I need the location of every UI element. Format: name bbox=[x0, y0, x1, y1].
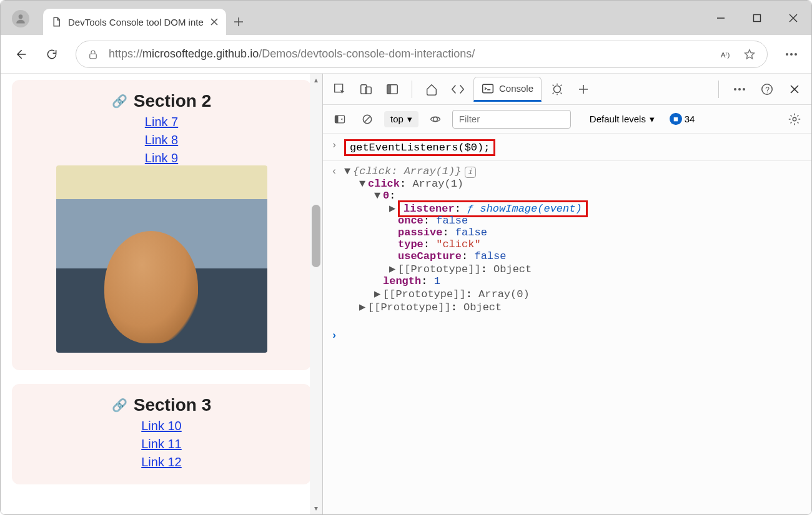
issue-badge-icon: ■ bbox=[670, 113, 682, 125]
tab-title: DevTools Console tool DOM inte bbox=[68, 17, 204, 27]
svg-rect-20 bbox=[335, 115, 339, 123]
link-8[interactable]: Link 8 bbox=[23, 133, 300, 147]
input-prompt-icon: › bbox=[329, 330, 339, 341]
console-filter-bar: top▾ Default levels▾ ■34 bbox=[323, 105, 811, 134]
more-tabs-icon[interactable] bbox=[573, 79, 594, 100]
svg-rect-12 bbox=[483, 84, 493, 92]
svg-text:A⁾): A⁾) bbox=[721, 51, 730, 59]
section-2-image[interactable] bbox=[56, 165, 267, 353]
svg-point-0 bbox=[19, 14, 23, 19]
console-icon bbox=[482, 82, 494, 95]
svg-point-5 bbox=[790, 53, 793, 56]
browser-tab[interactable]: DevTools Console tool DOM inte bbox=[43, 9, 226, 35]
input-prompt-icon: › bbox=[329, 139, 339, 151]
svg-point-16 bbox=[743, 88, 745, 91]
window-maximize[interactable] bbox=[739, 1, 775, 35]
issues-counter[interactable]: ■34 bbox=[670, 113, 695, 125]
inspect-element-icon[interactable] bbox=[329, 79, 350, 100]
url-text: https://microsoftedge.github.io/Demos/de… bbox=[109, 47, 475, 61]
svg-point-13 bbox=[554, 86, 561, 92]
welcome-tab-icon[interactable] bbox=[421, 79, 442, 100]
console-settings-icon[interactable] bbox=[784, 109, 805, 130]
svg-rect-11 bbox=[387, 84, 391, 94]
svg-point-6 bbox=[795, 53, 797, 56]
info-icon[interactable]: i bbox=[465, 167, 476, 178]
svg-point-15 bbox=[738, 88, 741, 91]
link-10[interactable]: Link 10 bbox=[23, 419, 300, 433]
elements-tab-icon[interactable] bbox=[447, 79, 468, 100]
read-aloud-icon[interactable]: A⁾) bbox=[720, 48, 732, 61]
filter-input[interactable] bbox=[452, 110, 571, 129]
svg-point-14 bbox=[734, 88, 736, 91]
page-scrollbar[interactable]: ▴ ▾ bbox=[310, 74, 322, 514]
section-3-heading: 🔗Section 3 bbox=[112, 395, 211, 415]
console-input-row: › getEventListeners($0); bbox=[329, 137, 805, 158]
window-controls bbox=[703, 1, 811, 35]
device-toggle-icon[interactable] bbox=[355, 79, 377, 100]
section-2-heading: 🔗Section 2 bbox=[112, 91, 211, 111]
svg-point-4 bbox=[786, 53, 788, 56]
section-3-card: 🔗Section 3 Link 10 Link 11 Link 12 bbox=[12, 384, 311, 484]
svg-rect-1 bbox=[754, 14, 761, 21]
devtools-panel: Console ? top▾ Default levels▾ ■34 bbox=[322, 74, 811, 514]
scroll-up-button[interactable]: ▴ bbox=[310, 74, 322, 86]
svg-rect-2 bbox=[90, 54, 97, 59]
console-output[interactable]: › getEventListeners($0); ‹ ▼{click: Arra… bbox=[323, 134, 811, 514]
svg-text:?: ? bbox=[765, 85, 770, 94]
output-prompt-icon: ‹ bbox=[329, 165, 339, 177]
link-anchor-icon[interactable]: 🔗 bbox=[112, 94, 127, 109]
close-tab-icon[interactable] bbox=[210, 17, 219, 26]
dock-icon[interactable] bbox=[382, 79, 403, 100]
window-minimize[interactable] bbox=[703, 1, 739, 35]
devtools-tabbar: Console ? bbox=[323, 74, 811, 105]
help-icon[interactable]: ? bbox=[756, 79, 778, 100]
page-icon bbox=[51, 16, 62, 27]
clear-console-icon[interactable] bbox=[357, 109, 378, 130]
page-viewport: 🔗Section 2 Link 7 Link 8 Link 9 🔗Section… bbox=[1, 74, 322, 514]
link-7[interactable]: Link 7 bbox=[23, 115, 300, 129]
browser-toolbar: https://microsoftedge.github.io/Demos/de… bbox=[1, 35, 811, 74]
scroll-down-button[interactable]: ▾ bbox=[310, 502, 322, 514]
console-sidebar-toggle-icon[interactable] bbox=[329, 109, 350, 130]
link-9[interactable]: Link 9 bbox=[23, 151, 300, 165]
favorite-icon[interactable] bbox=[743, 48, 756, 61]
plus-icon bbox=[234, 17, 244, 27]
console-tab-label: Console bbox=[499, 83, 533, 94]
console-tab[interactable]: Console bbox=[473, 77, 542, 102]
context-selector[interactable]: top▾ bbox=[384, 111, 418, 127]
back-button[interactable] bbox=[7, 41, 34, 68]
svg-point-22 bbox=[433, 117, 438, 121]
link-anchor-icon[interactable]: 🔗 bbox=[112, 398, 127, 413]
link-11[interactable]: Link 11 bbox=[23, 437, 300, 451]
browser-titlebar: DevTools Console tool DOM inte bbox=[1, 1, 811, 35]
window-close[interactable] bbox=[775, 1, 811, 35]
new-tab-button[interactable] bbox=[226, 9, 251, 35]
section-2-card: 🔗Section 2 Link 7 Link 8 Link 9 bbox=[12, 80, 311, 370]
address-bar[interactable]: https://microsoftedge.github.io/Demos/de… bbox=[76, 41, 768, 68]
refresh-button[interactable] bbox=[38, 41, 66, 68]
person-icon bbox=[14, 12, 27, 25]
console-result-row: ‹ ▼{click: Array(1)}i ▼click: Array(1) ▼… bbox=[329, 164, 805, 315]
issues-tab-icon[interactable] bbox=[547, 79, 568, 100]
live-expression-icon[interactable] bbox=[425, 109, 446, 130]
scroll-thumb[interactable] bbox=[312, 205, 320, 267]
devtools-more-icon[interactable] bbox=[729, 79, 750, 100]
log-levels-selector[interactable]: Default levels▾ bbox=[590, 114, 655, 125]
console-input-text: getEventListeners($0); bbox=[344, 139, 495, 156]
console-new-prompt[interactable]: › bbox=[329, 328, 805, 343]
devtools-close-icon[interactable] bbox=[784, 79, 805, 100]
svg-point-23 bbox=[793, 117, 796, 121]
link-12[interactable]: Link 12 bbox=[23, 455, 300, 469]
browser-menu[interactable] bbox=[778, 52, 805, 56]
lock-icon bbox=[87, 49, 99, 60]
profile-avatar[interactable] bbox=[12, 10, 29, 27]
